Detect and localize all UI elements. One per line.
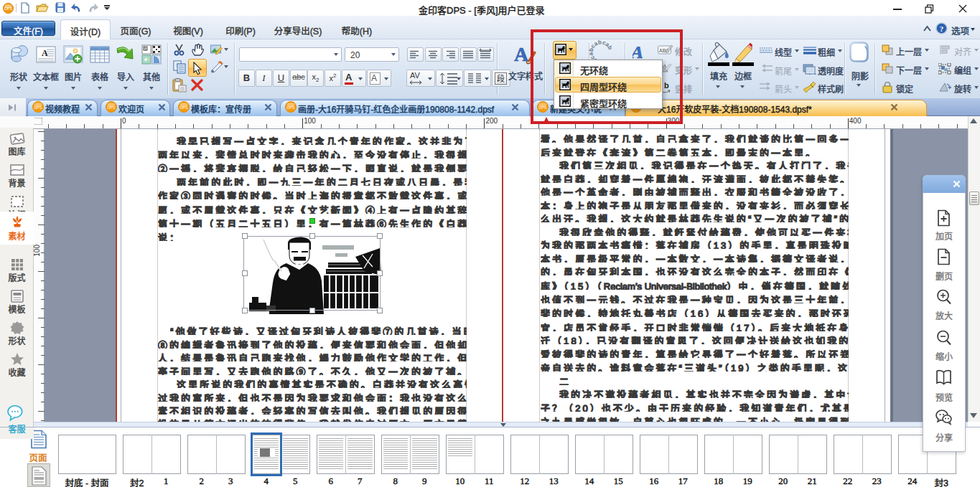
svg-text:DPS: DPS: [107, 105, 116, 110]
svg-text:DPS: DPS: [34, 105, 42, 110]
svg-text:DPS: DPS: [4, 6, 13, 11]
svg-text:?: ?: [940, 24, 944, 33]
svg-text:DPS: DPS: [179, 105, 188, 110]
svg-text:DPS: DPS: [286, 105, 295, 110]
